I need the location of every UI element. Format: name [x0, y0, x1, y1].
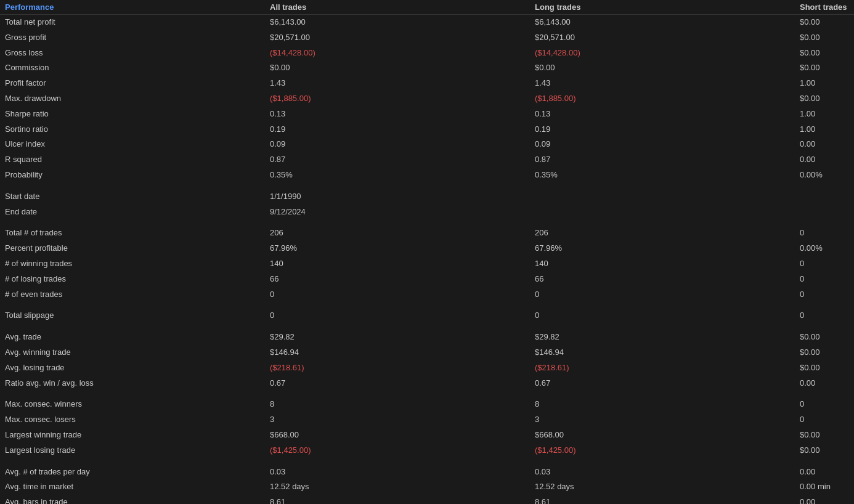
row-long-value: 0.03 [530, 465, 795, 480]
row-short-value: 0 [795, 256, 854, 272]
row-long-value: 66 [530, 272, 795, 287]
row-short-value: $0.00 [795, 428, 854, 443]
row-long-value [530, 189, 795, 205]
row-long-value: 0.13 [530, 107, 795, 122]
row-all-value: 3 [265, 412, 530, 428]
row-all-value: 8.61 [265, 495, 530, 504]
row-all-value: ($1,425.00) [265, 443, 530, 458]
row-short-value: 0.00% [795, 168, 854, 183]
row-short-value: $0.00 [795, 345, 854, 360]
table-row: Largest winning trade$668.00$668.00$0.00 [0, 428, 854, 443]
table-row: Probability0.35%0.35%0.00% [0, 168, 854, 183]
row-short-value: 0 [795, 308, 854, 323]
row-short-value: $0.00 [795, 330, 854, 345]
row-short-value: 1.00 [795, 76, 854, 91]
row-all-value: 12.52 days [265, 479, 530, 495]
row-label: Profit factor [0, 76, 265, 91]
row-all-value: 0 [265, 308, 530, 323]
row-long-value: 12.52 days [530, 479, 795, 495]
row-long-value: ($1,885.00) [530, 91, 795, 107]
row-all-value: ($218.61) [265, 360, 530, 376]
table-row: Avg. time in market12.52 days12.52 days0… [0, 479, 854, 495]
row-all-value: 0.87 [265, 152, 530, 168]
row-short-value: $0.00 [795, 60, 854, 76]
row-short-value: 0.00 [795, 376, 854, 391]
table-row: # of losing trades66660 [0, 272, 854, 287]
row-short-value: 0.00% [795, 241, 854, 256]
row-long-value: 3 [530, 412, 795, 428]
row-long-value: 1.43 [530, 76, 795, 91]
table-row: # of even trades000 [0, 287, 854, 303]
row-long-value: 0.87 [530, 152, 795, 168]
row-all-value: 8 [265, 397, 530, 412]
row-short-value [795, 205, 854, 220]
row-short-value: 0 [795, 397, 854, 412]
row-short-value: $0.00 [795, 46, 854, 61]
row-short-value: $0.00 [795, 360, 854, 376]
table-row: End date9/12/2024 [0, 205, 854, 220]
row-short-value: 1.00 [795, 107, 854, 122]
table-row [0, 302, 854, 308]
row-short-value: $0.00 [795, 443, 854, 458]
header-performance: Performance [0, 0, 265, 15]
row-all-value: 140 [265, 256, 530, 272]
row-long-value: 8 [530, 397, 795, 412]
row-short-value: 0.00 [795, 137, 854, 152]
row-label: Avg. # of trades per day [0, 465, 265, 480]
table-row: Avg. # of trades per day0.030.030.00 [0, 465, 854, 480]
table-row [0, 219, 854, 226]
row-label: Commission [0, 60, 265, 76]
row-all-value: 0.09 [265, 137, 530, 152]
row-long-value: 0.35% [530, 168, 795, 183]
table-row: Total net profit$6,143.00$6,143.00$0.00 [0, 15, 854, 30]
row-label: # of even trades [0, 287, 265, 303]
table-row [0, 391, 854, 397]
row-long-value: ($218.61) [530, 360, 795, 376]
row-all-value: ($1,885.00) [265, 91, 530, 107]
row-all-value: 0.19 [265, 122, 530, 137]
row-all-value: 0.13 [265, 107, 530, 122]
row-label: Ratio avg. win / avg. loss [0, 376, 265, 391]
row-label: Max. drawdown [0, 91, 265, 107]
row-label: # of losing trades [0, 272, 265, 287]
row-short-value: $0.00 [795, 30, 854, 46]
row-short-value: 1.00 [795, 122, 854, 137]
row-short-value: 0.00 [795, 465, 854, 480]
row-long-value: 8.61 [530, 495, 795, 504]
row-label: Avg. time in market [0, 479, 265, 495]
row-all-value: 206 [265, 226, 530, 241]
row-short-value: $0.00 [795, 15, 854, 30]
table-row: # of winning trades1401400 [0, 256, 854, 272]
row-all-value: 0.03 [265, 465, 530, 480]
row-label: Max. consec. losers [0, 412, 265, 428]
row-short-value: $0.00 [795, 91, 854, 107]
row-label: Total net profit [0, 15, 265, 30]
table-row: Gross profit$20,571.00$20,571.00$0.00 [0, 30, 854, 46]
table-row [0, 183, 854, 189]
row-all-value: 67.96% [265, 241, 530, 256]
row-all-value: ($14,428.00) [265, 46, 530, 61]
row-label: Total slippage [0, 308, 265, 323]
row-label: Total # of trades [0, 226, 265, 241]
table-row: Total # of trades2062060 [0, 226, 854, 241]
row-all-value: 9/12/2024 [265, 205, 530, 220]
table-row: R squared0.870.870.00 [0, 152, 854, 168]
row-all-value: 0.67 [265, 376, 530, 391]
table-row: Sharpe ratio0.130.131.00 [0, 107, 854, 122]
row-label: Gross profit [0, 30, 265, 46]
row-short-value: 0 [795, 412, 854, 428]
performance-table-container: Performance All trades Long trades Short… [0, 0, 854, 504]
table-body: Total net profit$6,143.00$6,143.00$0.00G… [0, 15, 854, 505]
row-long-value: $20,571.00 [530, 30, 795, 46]
row-long-value: ($1,425.00) [530, 443, 795, 458]
row-all-value: $146.94 [265, 345, 530, 360]
row-label: Avg. bars in trade [0, 495, 265, 504]
table-row: Avg. losing trade($218.61)($218.61)$0.00 [0, 360, 854, 376]
row-long-value: 0.09 [530, 137, 795, 152]
row-short-value: 0.00 [795, 495, 854, 504]
table-row: Avg. trade$29.82$29.82$0.00 [0, 330, 854, 345]
row-all-value: 66 [265, 272, 530, 287]
row-label: R squared [0, 152, 265, 168]
table-row: Ratio avg. win / avg. loss0.670.670.00 [0, 376, 854, 391]
row-short-value: 0 [795, 287, 854, 303]
